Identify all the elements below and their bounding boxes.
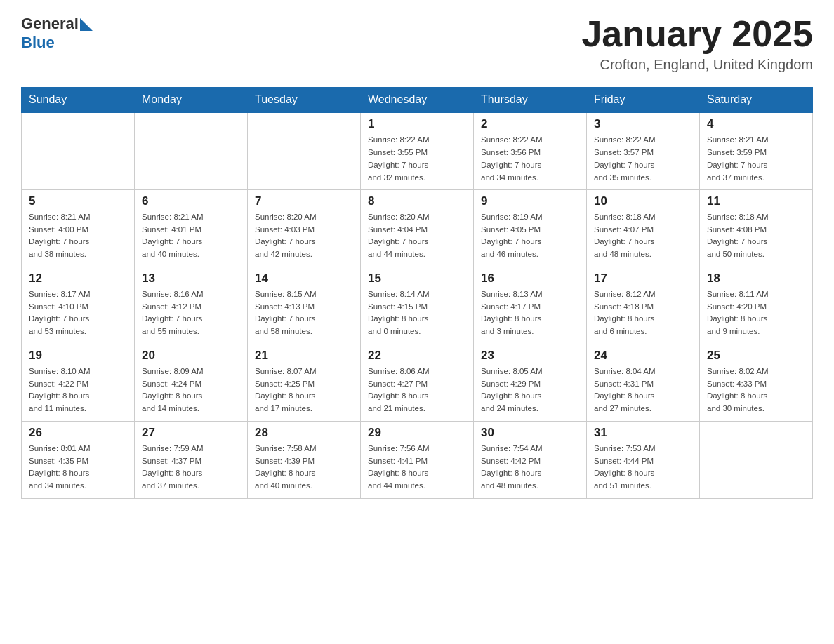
day-info: Sunrise: 8:15 AMSunset: 4:13 PMDaylight:…	[255, 288, 353, 338]
day-info: Sunrise: 8:06 AMSunset: 4:27 PMDaylight:…	[368, 365, 466, 415]
calendar-cell: 4Sunrise: 8:21 AMSunset: 3:59 PMDaylight…	[700, 112, 813, 189]
day-number: 6	[142, 194, 240, 208]
day-info: Sunrise: 7:58 AMSunset: 4:39 PMDaylight:…	[255, 443, 353, 492]
calendar-cell: 16Sunrise: 8:13 AMSunset: 4:17 PMDayligh…	[474, 267, 587, 344]
day-number: 4	[707, 117, 805, 131]
day-info: Sunrise: 8:09 AMSunset: 4:24 PMDaylight:…	[142, 365, 240, 415]
calendar-cell: 25Sunrise: 8:02 AMSunset: 4:33 PMDayligh…	[700, 344, 813, 421]
day-info: Sunrise: 8:21 AMSunset: 4:01 PMDaylight:…	[142, 211, 240, 261]
calendar-cell: 21Sunrise: 8:07 AMSunset: 4:25 PMDayligh…	[248, 344, 361, 421]
day-number: 7	[255, 194, 353, 208]
day-info: Sunrise: 8:02 AMSunset: 4:33 PMDaylight:…	[707, 365, 805, 415]
calendar-table: SundayMondayTuesdayWednesdayThursdayFrid…	[21, 87, 813, 499]
calendar-cell: 30Sunrise: 7:54 AMSunset: 4:42 PMDayligh…	[474, 421, 587, 498]
day-info: Sunrise: 8:19 AMSunset: 4:05 PMDaylight:…	[481, 211, 579, 261]
calendar-cell: 22Sunrise: 8:06 AMSunset: 4:27 PMDayligh…	[361, 344, 474, 421]
calendar-cell: 5Sunrise: 8:21 AMSunset: 4:00 PMDaylight…	[22, 189, 135, 267]
calendar-cell: 29Sunrise: 7:56 AMSunset: 4:41 PMDayligh…	[361, 421, 474, 498]
day-info: Sunrise: 8:10 AMSunset: 4:22 PMDaylight:…	[29, 365, 127, 415]
title-block: January 2025 Crofton, England, United Ki…	[581, 14, 813, 73]
day-number: 12	[29, 271, 127, 286]
calendar-week-row: 26Sunrise: 8:01 AMSunset: 4:35 PMDayligh…	[22, 421, 813, 498]
day-info: Sunrise: 8:22 AMSunset: 3:57 PMDaylight:…	[594, 134, 692, 184]
day-info: Sunrise: 8:01 AMSunset: 4:35 PMDaylight:…	[29, 443, 127, 492]
day-info: Sunrise: 8:20 AMSunset: 4:04 PMDaylight:…	[368, 211, 466, 261]
calendar-cell: 8Sunrise: 8:20 AMSunset: 4:04 PMDaylight…	[361, 189, 474, 267]
day-number: 8	[368, 194, 466, 208]
calendar-cell	[135, 112, 248, 189]
day-number: 14	[255, 271, 353, 286]
calendar-cell: 6Sunrise: 8:21 AMSunset: 4:01 PMDaylight…	[135, 189, 248, 267]
calendar-cell: 2Sunrise: 8:22 AMSunset: 3:56 PMDaylight…	[474, 112, 587, 189]
day-number: 18	[707, 271, 805, 286]
calendar-cell: 13Sunrise: 8:16 AMSunset: 4:12 PMDayligh…	[135, 267, 248, 344]
svg-marker-0	[80, 18, 93, 31]
calendar-cell: 15Sunrise: 8:14 AMSunset: 4:15 PMDayligh…	[361, 267, 474, 344]
calendar-cell: 14Sunrise: 8:15 AMSunset: 4:13 PMDayligh…	[248, 267, 361, 344]
day-info: Sunrise: 8:22 AMSunset: 3:56 PMDaylight:…	[481, 134, 579, 184]
calendar-cell: 3Sunrise: 8:22 AMSunset: 3:57 PMDaylight…	[587, 112, 700, 189]
calendar-cell: 1Sunrise: 8:22 AMSunset: 3:55 PMDaylight…	[361, 112, 474, 189]
logo-arrow-icon	[80, 18, 93, 31]
day-number: 1	[368, 117, 466, 131]
calendar-week-row: 1Sunrise: 8:22 AMSunset: 3:55 PMDaylight…	[22, 112, 813, 189]
day-number: 13	[142, 271, 240, 286]
calendar-title: January 2025	[581, 14, 813, 54]
day-info: Sunrise: 8:05 AMSunset: 4:29 PMDaylight:…	[481, 365, 579, 415]
day-info: Sunrise: 8:14 AMSunset: 4:15 PMDaylight:…	[368, 288, 466, 338]
calendar-cell: 18Sunrise: 8:11 AMSunset: 4:20 PMDayligh…	[700, 267, 813, 344]
calendar-cell	[700, 421, 813, 498]
logo-general: General	[21, 15, 79, 33]
day-number: 11	[707, 194, 805, 208]
logo: General Blue	[21, 14, 93, 53]
calendar-cell: 24Sunrise: 8:04 AMSunset: 4:31 PMDayligh…	[587, 344, 700, 421]
day-number: 5	[29, 194, 127, 208]
day-info: Sunrise: 8:07 AMSunset: 4:25 PMDaylight:…	[255, 365, 353, 415]
day-number: 19	[29, 349, 127, 363]
day-info: Sunrise: 8:20 AMSunset: 4:03 PMDaylight:…	[255, 211, 353, 261]
calendar-cell: 26Sunrise: 8:01 AMSunset: 4:35 PMDayligh…	[22, 421, 135, 498]
day-info: Sunrise: 8:11 AMSunset: 4:20 PMDaylight:…	[707, 288, 805, 338]
calendar-cell: 27Sunrise: 7:59 AMSunset: 4:37 PMDayligh…	[135, 421, 248, 498]
day-number: 20	[142, 349, 240, 363]
day-number: 9	[481, 194, 579, 208]
weekday-header-sunday: Sunday	[22, 88, 135, 113]
weekday-header-tuesday: Tuesday	[248, 88, 361, 113]
day-info: Sunrise: 8:21 AMSunset: 3:59 PMDaylight:…	[707, 134, 805, 184]
day-number: 15	[368, 271, 466, 286]
calendar-cell	[22, 112, 135, 189]
day-info: Sunrise: 7:59 AMSunset: 4:37 PMDaylight:…	[142, 443, 240, 492]
day-number: 26	[29, 426, 127, 440]
weekday-header-row: SundayMondayTuesdayWednesdayThursdayFrid…	[22, 88, 813, 113]
calendar-week-row: 19Sunrise: 8:10 AMSunset: 4:22 PMDayligh…	[22, 344, 813, 421]
day-number: 28	[255, 426, 353, 440]
day-number: 3	[594, 117, 692, 131]
day-number: 22	[368, 349, 466, 363]
day-info: Sunrise: 8:22 AMSunset: 3:55 PMDaylight:…	[368, 134, 466, 184]
day-info: Sunrise: 7:53 AMSunset: 4:44 PMDaylight:…	[594, 443, 692, 492]
calendar-cell: 17Sunrise: 8:12 AMSunset: 4:18 PMDayligh…	[587, 267, 700, 344]
day-info: Sunrise: 8:21 AMSunset: 4:00 PMDaylight:…	[29, 211, 127, 261]
day-number: 16	[481, 271, 579, 286]
calendar-cell: 23Sunrise: 8:05 AMSunset: 4:29 PMDayligh…	[474, 344, 587, 421]
calendar-subtitle: Crofton, England, United Kingdom	[581, 57, 813, 73]
weekday-header-saturday: Saturday	[700, 88, 813, 113]
calendar-cell: 20Sunrise: 8:09 AMSunset: 4:24 PMDayligh…	[135, 344, 248, 421]
day-info: Sunrise: 8:13 AMSunset: 4:17 PMDaylight:…	[481, 288, 579, 338]
day-info: Sunrise: 7:54 AMSunset: 4:42 PMDaylight:…	[481, 443, 579, 492]
day-info: Sunrise: 7:56 AMSunset: 4:41 PMDaylight:…	[368, 443, 466, 492]
calendar-body: 1Sunrise: 8:22 AMSunset: 3:55 PMDaylight…	[22, 112, 813, 498]
day-info: Sunrise: 8:04 AMSunset: 4:31 PMDaylight:…	[594, 365, 692, 415]
calendar-week-row: 12Sunrise: 8:17 AMSunset: 4:10 PMDayligh…	[22, 267, 813, 344]
calendar-cell: 10Sunrise: 8:18 AMSunset: 4:07 PMDayligh…	[587, 189, 700, 267]
day-number: 10	[594, 194, 692, 208]
calendar-cell: 19Sunrise: 8:10 AMSunset: 4:22 PMDayligh…	[22, 344, 135, 421]
day-info: Sunrise: 8:18 AMSunset: 4:07 PMDaylight:…	[594, 211, 692, 261]
day-number: 2	[481, 117, 579, 131]
calendar-cell: 9Sunrise: 8:19 AMSunset: 4:05 PMDaylight…	[474, 189, 587, 267]
day-number: 17	[594, 271, 692, 286]
calendar-week-row: 5Sunrise: 8:21 AMSunset: 4:00 PMDaylight…	[22, 189, 813, 267]
page-header: General Blue January 2025 Crofton, Engla…	[21, 14, 813, 73]
day-info: Sunrise: 8:18 AMSunset: 4:08 PMDaylight:…	[707, 211, 805, 261]
weekday-header-thursday: Thursday	[474, 88, 587, 113]
